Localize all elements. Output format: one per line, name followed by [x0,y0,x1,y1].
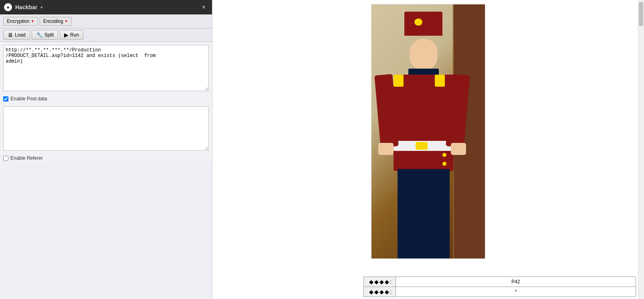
guard-epaulette-left [394,75,404,87]
title-left: ● Hackbar ▾ [4,3,42,11]
guard-belt-buckle [416,142,428,150]
split-icon: 🔧 [36,32,43,38]
encryption-arrow-icon: ▼ [31,19,34,23]
enable-post-text: Enable Post data [10,96,47,102]
encryption-dropdown[interactable]: Encryption ▼ [3,17,38,26]
encryption-label: Encryption [7,18,30,24]
split-label: Split [44,32,54,38]
hackbar-body [0,163,212,299]
guard-body [394,75,454,171]
guard-legs [398,169,450,259]
hackbar-logo: ● [4,3,12,11]
url-input[interactable] [3,45,209,91]
enable-referer-label[interactable]: Enable Referer [0,154,212,163]
guard-image [371,4,485,259]
image-area [212,0,644,275]
enable-post-checkbox[interactable] [3,96,8,102]
load-label: Load [15,32,26,38]
hackbar-title: Hackbar [15,4,37,10]
info-table: ◆◆◆◆:P42◆◆◆◆:* [363,277,636,297]
guard-left-hand [378,143,394,155]
enable-referer-checkbox[interactable] [3,156,8,161]
hackbar-titlebar: ● Hackbar ▾ × [0,0,212,14]
right-scrollbar[interactable] [638,0,644,299]
hackbar-panel: ● Hackbar ▾ × Encryption ▼ Encoding ▼ 🖥 … [0,0,212,299]
enable-referer-text: Enable Referer [10,155,43,161]
run-label: Run [70,32,79,38]
table-row: ◆◆◆◆:P42 [364,277,636,287]
hackbar-toolbar: Encryption ▼ Encoding ▼ [0,14,212,28]
hackbar-actions: 🖥 Load 🔧 Split ▶ Run [0,28,212,42]
table-label-1: ◆◆◆◆: [364,287,396,297]
table-value-1: * [396,287,636,297]
enable-post-label[interactable]: Enable Post data [0,94,212,103]
guard-button-1 [442,153,446,157]
encoding-arrow-icon: ▼ [65,19,68,23]
guard-head [410,39,438,71]
close-button[interactable]: × [200,3,208,12]
table-value-0: P42 [396,277,636,287]
guard-right-hand [451,143,466,155]
scrollbar-thumb [639,2,643,26]
table-label-0: ◆◆◆◆: [364,277,396,287]
guard-button-2 [442,162,446,166]
encoding-label: Encoding [43,18,63,24]
load-icon: 🖥 [8,32,13,38]
guard-hat [404,12,442,36]
bottom-table-area: ◆◆◆◆:P42◆◆◆◆:* [212,275,644,299]
guard-epaulette-right [435,75,445,87]
logo-icon: ● [7,5,10,10]
run-button[interactable]: ▶ Run [60,30,83,40]
split-button[interactable]: 🔧 Split [32,30,58,40]
chevron-down-icon: ▾ [40,5,42,10]
table-row: ◆◆◆◆:* [364,287,636,297]
post-data-input[interactable] [3,106,209,151]
guard-hat-badge [414,18,422,26]
run-icon: ▶ [64,32,69,38]
encoding-dropdown[interactable]: Encoding ▼ [40,17,72,26]
load-button[interactable]: 🖥 Load [3,30,30,40]
right-panel: ◆◆◆◆:P42◆◆◆◆:* [212,0,644,299]
